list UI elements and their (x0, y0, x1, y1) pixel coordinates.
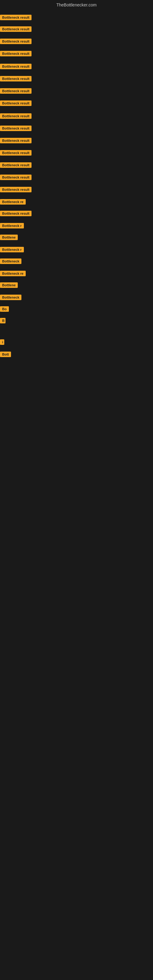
bottleneck-item-20[interactable]: Bottleneck r (0, 247, 24, 254)
bottleneck-badge-11: Bottleneck result (0, 138, 32, 143)
bottleneck-item-3[interactable]: Bottleneck result (0, 38, 32, 45)
bottleneck-item-4[interactable]: Bottleneck result (0, 51, 32, 57)
bottleneck-badge-6: Bottleneck result (0, 76, 32, 81)
bottleneck-item-27[interactable]: i (0, 339, 4, 346)
bottleneck-item-15[interactable]: Bottleneck result (0, 187, 32, 194)
bottleneck-badge-2: Bottleneck result (0, 26, 32, 32)
bottleneck-badge-21: Bottleneck (0, 258, 21, 264)
bottleneck-item-9[interactable]: Bottleneck result (0, 113, 32, 120)
bottleneck-item-25[interactable]: Bo (0, 306, 9, 313)
bottleneck-item-13[interactable]: Bottleneck result (0, 162, 32, 169)
bottleneck-item-28[interactable]: Bott (0, 352, 11, 358)
bottleneck-badge-7: Bottleneck result (0, 88, 32, 94)
bottleneck-badge-16: Bottleneck re (0, 199, 26, 205)
bottleneck-badge-5: Bottleneck result (0, 64, 32, 69)
bottleneck-item-7[interactable]: Bottleneck result (0, 88, 32, 95)
bottleneck-badge-17: Bottleneck result (0, 211, 32, 216)
bottleneck-item-2[interactable]: Bottleneck result (0, 26, 32, 33)
site-header: TheBottlenecker.com (0, 0, 153, 9)
bottleneck-badge-19: Bottlene (0, 235, 18, 240)
bottleneck-item-18[interactable]: Bottleneck r (0, 223, 24, 230)
bottleneck-badge-9: Bottleneck result (0, 113, 32, 119)
bottleneck-badge-27: i (0, 339, 4, 345)
bottleneck-badge-14: Bottleneck result (0, 175, 32, 180)
bottleneck-badge-4: Bottleneck result (0, 51, 32, 56)
bottleneck-item-16[interactable]: Bottleneck re (0, 199, 26, 206)
bottleneck-item-19[interactable]: Bottlene (0, 235, 18, 241)
bottleneck-item-5[interactable]: Bottleneck result (0, 64, 32, 70)
bottleneck-item-26[interactable]: B (0, 318, 5, 325)
bottleneck-badge-1: Bottleneck result (0, 15, 32, 20)
bottleneck-item-10[interactable]: Bottleneck result (0, 126, 32, 132)
bottleneck-badge-8: Bottleneck result (0, 100, 32, 106)
bottleneck-badge-13: Bottleneck result (0, 162, 32, 168)
bottleneck-badge-24: Bottleneck (0, 294, 21, 300)
site-title: TheBottlenecker.com (0, 0, 153, 9)
bottleneck-item-1[interactable]: Bottleneck result (0, 15, 32, 21)
bottleneck-badge-15: Bottleneck result (0, 187, 32, 192)
bottleneck-item-22[interactable]: Bottleneck re (0, 271, 26, 277)
bottleneck-badge-28: Bott (0, 352, 11, 357)
bottleneck-badge-22: Bottleneck re (0, 271, 26, 276)
bottleneck-badge-10: Bottleneck result (0, 126, 32, 131)
bottleneck-item-8[interactable]: Bottleneck result (0, 100, 32, 107)
bottleneck-badge-25: Bo (0, 306, 9, 312)
bottleneck-item-23[interactable]: Bottlene (0, 282, 18, 289)
bottleneck-item-21[interactable]: Bottleneck (0, 258, 21, 265)
bottleneck-badge-26: B (0, 318, 5, 323)
bottleneck-item-11[interactable]: Bottleneck result (0, 138, 32, 145)
bottleneck-badge-12: Bottleneck result (0, 150, 32, 156)
bottleneck-badge-3: Bottleneck result (0, 38, 32, 44)
bottleneck-item-12[interactable]: Bottleneck result (0, 150, 32, 157)
bottleneck-item-17[interactable]: Bottleneck result (0, 211, 32, 218)
bottleneck-item-6[interactable]: Bottleneck result (0, 76, 32, 83)
bottleneck-item-24[interactable]: Bottleneck (0, 294, 21, 301)
bottleneck-badge-23: Bottlene (0, 282, 18, 288)
bottleneck-badge-18: Bottleneck r (0, 223, 24, 229)
bottleneck-badge-20: Bottleneck r (0, 247, 24, 252)
bottleneck-item-14[interactable]: Bottleneck result (0, 175, 32, 181)
